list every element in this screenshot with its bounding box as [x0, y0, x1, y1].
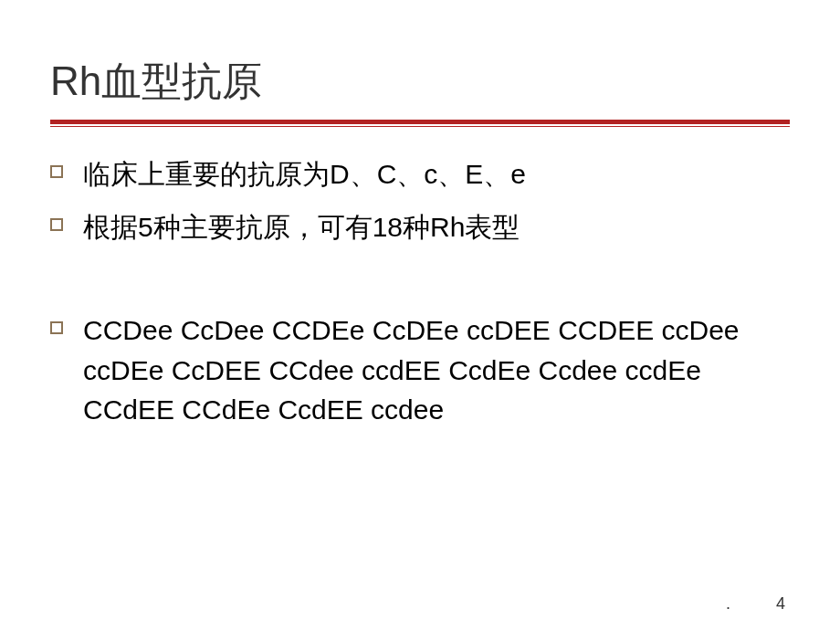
footer-dot: . — [726, 594, 730, 614]
page-number: 4 — [776, 594, 785, 614]
title-underline — [50, 120, 790, 127]
bullet-item-2: 根据5种主要抗原，可有18种Rh表型 — [50, 207, 790, 247]
bullet-marker-icon — [50, 165, 63, 178]
bullet-marker-icon — [50, 218, 63, 231]
bullet-marker-icon — [50, 321, 63, 334]
phenotypes-text: CCDee CcDee CCDEe CcDEe ccDEE CCDEE ccDe… — [83, 310, 740, 430]
bullet-list: 临床上重要的抗原为D、C、c、E、e 根据5种主要抗原，可有18种Rh表型 CC… — [50, 154, 790, 430]
underline-thick — [50, 120, 790, 124]
slide-title: Rh血型抗原 — [50, 55, 790, 109]
slide-container: Rh血型抗原 临床上重要的抗原为D、C、c、E、e 根据5种主要抗原，可有18种… — [0, 0, 840, 430]
underline-thin — [50, 126, 790, 127]
bullet-item-1: 临床上重要的抗原为D、C、c、E、e — [50, 154, 790, 194]
bullet-text-1: 临床上重要的抗原为D、C、c、E、e — [83, 154, 526, 194]
bullet-item-phenotypes: CCDee CcDee CCDEe CcDEe ccDEE CCDEE ccDe… — [50, 310, 790, 430]
bullet-text-2: 根据5种主要抗原，可有18种Rh表型 — [83, 207, 520, 247]
slide-footer: . 4 — [726, 594, 785, 614]
